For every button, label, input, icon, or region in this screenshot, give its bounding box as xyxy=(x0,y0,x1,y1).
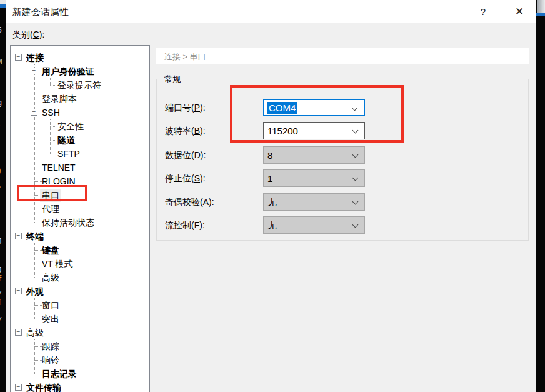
tree-item[interactable]: TELNET xyxy=(11,161,149,174)
parity-value: 无 xyxy=(268,196,277,208)
tree-item-label: 突出 xyxy=(40,313,61,326)
tree-item-label: 外观 xyxy=(24,286,46,298)
tree-item-label: 高级 xyxy=(40,272,61,284)
tree-item[interactable]: −外观 xyxy=(11,284,149,298)
parity-combobox: 无 xyxy=(263,193,365,211)
tree-collapse-icon[interactable]: − xyxy=(15,233,22,239)
stop-bits-combobox: 1 xyxy=(263,169,365,187)
background-text-fragment: ` xyxy=(0,125,2,133)
dialog-title: 新建会话属性 xyxy=(12,6,69,18)
tree-item-label: 文件传输 xyxy=(24,382,63,392)
tree-item-label: 用户身份验证 xyxy=(40,66,96,78)
data-bits-label: 数据位(D): xyxy=(165,150,206,161)
tree-item-label: 日志记录 xyxy=(40,368,79,381)
tree-item[interactable]: 突出 xyxy=(11,312,149,326)
tree-item[interactable]: −用户身份验证 xyxy=(11,64,149,78)
tree-item[interactable]: −终端 xyxy=(11,229,149,243)
close-button[interactable]: ✕ xyxy=(507,0,532,23)
flow-control-label: 流控制(F): xyxy=(165,220,205,231)
tree-collapse-icon[interactable]: − xyxy=(15,54,22,61)
tree-item[interactable]: 登录提示符 xyxy=(11,78,149,92)
tree-item[interactable]: 响铃 xyxy=(11,353,149,367)
tree-item-label: 保持活动状态 xyxy=(40,217,96,229)
tree-item[interactable]: 日志记录 xyxy=(11,367,149,381)
breadcrumb: 连接 > 串口 xyxy=(156,48,529,64)
background-text-fragment: f xyxy=(0,299,2,306)
tree-item[interactable]: −文件传输 xyxy=(11,381,149,392)
title-bar[interactable]: 新建会话属性 ? ✕ xyxy=(6,0,536,23)
background-text-fragment: / xyxy=(0,290,2,298)
flow-control-combobox: 无 xyxy=(263,216,365,234)
tree-item[interactable]: 键盘 xyxy=(11,243,149,257)
tree-item-label: 连接 xyxy=(24,52,46,64)
tree-item[interactable]: 窗口 xyxy=(11,298,149,312)
tree-item-label: 跟踪 xyxy=(40,341,61,353)
tree-item[interactable]: VT 模式 xyxy=(11,257,149,271)
tree-item[interactable]: 跟踪 xyxy=(11,339,149,353)
parity-label: 奇偶校验(A): xyxy=(165,197,214,208)
background-accent-line xyxy=(0,4,6,8)
background-text-fragment: 5 xyxy=(0,26,2,34)
tree-item-label: 登录脚本 xyxy=(40,93,79,106)
tree-item[interactable]: 隧道 xyxy=(11,133,149,147)
tree-item[interactable]: −连接 xyxy=(11,51,149,64)
help-icon: ? xyxy=(481,6,486,17)
chevron-down-icon xyxy=(352,222,359,228)
field-row: 奇偶校验(A):无 xyxy=(157,193,528,211)
background-text-fragment: J xyxy=(0,238,2,245)
field-row: 流控制(F):无 xyxy=(157,216,528,234)
background-text-fragment: J xyxy=(0,266,2,274)
tree-collapse-icon[interactable]: − xyxy=(15,384,22,391)
breadcrumb-separator: > xyxy=(181,52,190,61)
tree-collapse-icon[interactable]: − xyxy=(15,288,22,294)
tree-item[interactable]: 代理 xyxy=(11,202,149,216)
field-row: 停止位(S):1 xyxy=(157,169,528,187)
background-text-fragment: g xyxy=(0,99,2,106)
tree-item[interactable]: 保持活动状态 xyxy=(11,216,149,229)
stop-bits-label: 停止位(S): xyxy=(165,173,206,184)
chevron-down-icon xyxy=(352,152,359,158)
tree-item[interactable]: 高级 xyxy=(11,271,149,284)
tree-item-label: 隧道 xyxy=(56,134,77,147)
tree-collapse-icon[interactable]: − xyxy=(31,109,38,116)
help-button[interactable]: ? xyxy=(471,0,496,23)
background-text-fragment: M xyxy=(0,58,2,66)
group-title: 常规 xyxy=(162,74,183,85)
tree-item-label: TELNET xyxy=(40,162,78,173)
flow-control-value: 无 xyxy=(268,219,277,231)
tree-collapse-icon[interactable]: − xyxy=(15,329,22,336)
annotation-box-serial-tree-item xyxy=(17,185,87,201)
tree-item-label: 高级 xyxy=(24,327,46,339)
tree-item-label: 代理 xyxy=(40,203,61,216)
tree-item-label: 安全性 xyxy=(56,121,86,133)
category-tree[interactable]: −连接−用户身份验证登录提示符登录脚本−SSH安全性隧道SFTPTELNETRL… xyxy=(10,45,150,392)
breadcrumb-parent: 连接 xyxy=(164,52,181,61)
background-text-fragment: ) xyxy=(0,168,2,175)
tree-item-label: SSH xyxy=(40,107,62,118)
background-terminal-left-strip: 5Mg`).JJf/f/ xyxy=(0,0,6,392)
tree-collapse-icon[interactable]: − xyxy=(31,68,38,74)
background-accent-line xyxy=(536,13,545,16)
tree-item-label: 终端 xyxy=(24,231,46,243)
tree-item[interactable]: −高级 xyxy=(11,326,149,339)
category-label: 类别(C): xyxy=(12,29,44,41)
tree-item-label: 登录提示符 xyxy=(56,79,103,92)
port-label: 端口号(P): xyxy=(165,103,206,114)
tree-item[interactable]: 安全性 xyxy=(11,119,149,133)
baud-rate-label: 波特率(B): xyxy=(165,126,206,137)
tree-item[interactable]: −SSH xyxy=(11,106,149,119)
stop-bits-value: 1 xyxy=(268,173,272,184)
data-bits-combobox: 8 xyxy=(263,146,365,164)
tree-item-label: 响铃 xyxy=(40,354,61,367)
background-text-fragment: f xyxy=(0,275,2,283)
tree-item-label: VT 模式 xyxy=(40,258,75,271)
tree-item[interactable]: 登录脚本 xyxy=(11,92,149,106)
close-icon: ✕ xyxy=(515,5,524,18)
field-row: 数据位(D):8 xyxy=(157,146,528,164)
background-text-fragment: / xyxy=(0,316,2,324)
tree-item-label: 窗口 xyxy=(40,299,61,312)
tree-item[interactable]: SFTP xyxy=(11,147,149,161)
annotation-box-port-baud-fields xyxy=(230,85,404,143)
screen: 5Mg`).JJf/f/ 新建会话属性 ? ✕ 类别(C): −连接−用户身份 xyxy=(0,0,545,392)
tree-item-label: SFTP xyxy=(56,148,82,159)
